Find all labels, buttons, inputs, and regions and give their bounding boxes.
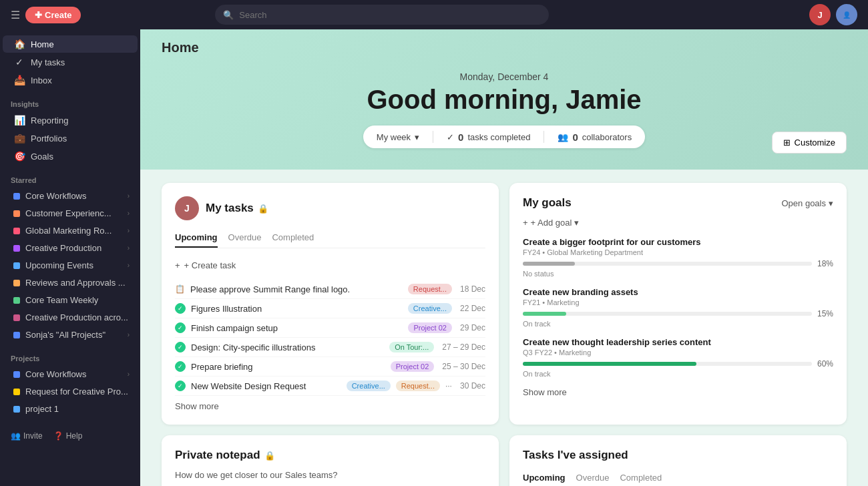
task-checkbox[interactable]: ✓ — [175, 303, 186, 314]
task-tag[interactable]: On Tour:... — [389, 342, 434, 352]
progress-bar — [523, 312, 812, 316]
projects-label: Projects — [0, 352, 140, 365]
search-bar[interactable]: 🔍 — [215, 5, 549, 25]
reporting-icon: 📊 — [13, 115, 25, 126]
sidebar-item-global-marketing[interactable]: Global Marketing Ro... › — [3, 222, 138, 239]
sidebar-item-creative-production[interactable]: Creative Production › — [3, 240, 138, 256]
customize-icon: ⊞ — [783, 138, 791, 148]
task-checkbox[interactable]: ✓ — [175, 322, 186, 333]
chevron-right-icon: › — [128, 262, 130, 269]
folder-icon — [13, 314, 20, 321]
sidebar-item-sonjas-all-projects[interactable]: Sonja's "All Projects" › — [3, 326, 138, 343]
sidebar-item-core-team-weekly[interactable]: Core Team Weekly — [3, 292, 138, 308]
folder-icon — [13, 193, 20, 200]
plus-icon: ✚ — [35, 10, 42, 20]
people-icon: 👥 — [558, 132, 568, 142]
invite-button[interactable]: 👥 Invite — [11, 431, 43, 441]
sidebar-item-customer-experience[interactable]: Customer Experienc... › — [3, 205, 138, 222]
task-checkbox[interactable]: ✓ — [175, 342, 186, 352]
folder-icon — [13, 297, 20, 304]
sidebar-item-creative-production-acro[interactable]: Creative Production acro... — [3, 309, 138, 326]
search-icon: 🔍 — [223, 10, 234, 20]
task-tag[interactable]: Project 02 — [391, 361, 435, 372]
sidebar-starred-section: Starred Core Workflows › Customer Experi… — [0, 168, 140, 346]
sidebar-item-request-creative-pro[interactable]: Request for Creative Pro... — [3, 383, 138, 400]
hamburger-icon[interactable]: ☰ — [11, 9, 20, 21]
folder-icon — [13, 389, 20, 395]
cards-area: J My tasks 🔒 Upcoming Overdue Completed … — [140, 170, 868, 486]
notepad-title: Private notepad — [175, 449, 260, 462]
customize-button[interactable]: ⊞ Customize — [772, 132, 847, 154]
chevron-right-icon: › — [128, 227, 130, 234]
open-goals-button[interactable]: Open goals ▾ — [782, 198, 834, 208]
avatar-secondary[interactable]: 👤 — [836, 4, 857, 25]
goal-row: Create new thought leadership series con… — [523, 337, 833, 378]
assigned-tabs: Upcoming Overdue Completed — [523, 469, 833, 486]
task-tag[interactable]: Project 02 — [408, 322, 452, 333]
create-task-button[interactable]: + + Create task — [175, 256, 485, 274]
task-row: ✓ Finish campaign setup Project 02 29 De… — [175, 318, 485, 338]
collaborators-stat: 👥 0 collaborators — [558, 132, 632, 143]
task-more-button[interactable]: ··· — [445, 381, 452, 391]
tab-completed[interactable]: Completed — [272, 228, 314, 248]
folder-icon — [13, 245, 20, 252]
add-goal-button[interactable]: + + Add goal ▾ — [523, 218, 833, 228]
folder-icon — [13, 406, 20, 413]
task-tag[interactable]: Creative... — [347, 381, 391, 391]
topbar: ☰ ✚ Create 🔍 J 👤 — [0, 0, 868, 29]
chevron-down-icon: ▾ — [829, 198, 833, 208]
tasks-assigned-card: Tasks I've assigned Upcoming Overdue Com… — [509, 435, 847, 486]
stats-bar: My week ▾ ✓ 0 tasks completed 👥 0 — [363, 126, 645, 148]
greeting-section: Monday, December 4 Good morning, Jamie M… — [162, 66, 847, 154]
tasks-completed-stat: ✓ 0 tasks completed — [447, 132, 530, 143]
starred-label: Starred — [0, 174, 140, 187]
lock-icon: 🔒 — [264, 451, 275, 461]
sidebar-item-core-workflows-proj[interactable]: Core Workflows › — [3, 366, 138, 383]
progress-fill — [523, 262, 575, 266]
sidebar-item-reviews-approvals[interactable]: Reviews and Approvals ... — [3, 274, 138, 291]
folder-icon — [13, 280, 20, 286]
tab-overdue[interactable]: Overdue — [576, 469, 610, 486]
divider — [433, 131, 433, 143]
sidebar-item-portfolios[interactable]: 💼 Portfolios — [3, 130, 138, 147]
sidebar-item-goals[interactable]: 🎯 Goals — [3, 148, 138, 165]
goal-footer: 15% — [523, 309, 833, 318]
sidebar-item-reporting[interactable]: 📊 Reporting — [3, 111, 138, 129]
greeting-main: Good morning, Jamie — [162, 85, 847, 115]
create-button[interactable]: ✚ Create — [25, 7, 81, 23]
divider — [544, 131, 544, 143]
task-checkbox[interactable]: ✓ — [175, 361, 186, 372]
show-more-tasks-button[interactable]: Show more — [175, 401, 485, 411]
show-more-goals-button[interactable]: Show more — [523, 387, 833, 397]
plus-icon: + — [175, 260, 180, 270]
task-checkbox[interactable]: ✓ — [175, 381, 186, 391]
tab-upcoming[interactable]: Upcoming — [175, 228, 218, 248]
sidebar: 🏠 Home ✓ My tasks 📥 Inbox Insights 📊 Rep… — [0, 29, 140, 486]
content-area: Home Monday, December 4 Good morning, Ja… — [140, 29, 868, 486]
sidebar-item-inbox[interactable]: 📥 Inbox — [3, 71, 138, 89]
sidebar-bottom: 👥 Invite ❓ Help — [0, 426, 140, 446]
avatar[interactable]: J — [809, 4, 831, 25]
tab-overdue[interactable]: Overdue — [228, 228, 262, 248]
sidebar-item-home[interactable]: 🏠 Home — [3, 35, 138, 53]
goal-footer: 18% — [523, 259, 833, 268]
help-button[interactable]: ❓ Help — [53, 431, 83, 441]
tab-completed[interactable]: Completed — [620, 469, 662, 486]
sidebar-item-core-workflows[interactable]: Core Workflows › — [3, 188, 138, 204]
sidebar-item-my-tasks[interactable]: ✓ My tasks — [3, 53, 138, 71]
goals-icon: 🎯 — [13, 151, 25, 162]
sidebar-item-upcoming-events[interactable]: Upcoming Events › — [3, 257, 138, 274]
goal-row: Create a bigger footprint for our custom… — [523, 237, 833, 278]
main-layout: 🏠 Home ✓ My tasks 📥 Inbox Insights 📊 Rep… — [0, 29, 868, 486]
sidebar-item-project-1[interactable]: project 1 — [3, 401, 138, 417]
task-tag[interactable]: Creative... — [408, 303, 452, 314]
task-tag[interactable]: Request... — [396, 381, 440, 391]
tab-upcoming[interactable]: Upcoming — [523, 469, 566, 486]
sidebar-insights-section: Insights 📊 Reporting 💼 Portfolios 🎯 Goal… — [0, 92, 140, 168]
search-input[interactable] — [239, 10, 541, 20]
week-selector[interactable]: My week ▾ — [377, 132, 419, 142]
notepad-content[interactable]: How do we get closer to our Sales teams? — [175, 470, 485, 480]
lock-icon: 🔒 — [258, 204, 268, 214]
task-tag[interactable]: Request... — [408, 284, 452, 294]
task-row: ✓ Figures Illustration Creative... 22 De… — [175, 299, 485, 318]
